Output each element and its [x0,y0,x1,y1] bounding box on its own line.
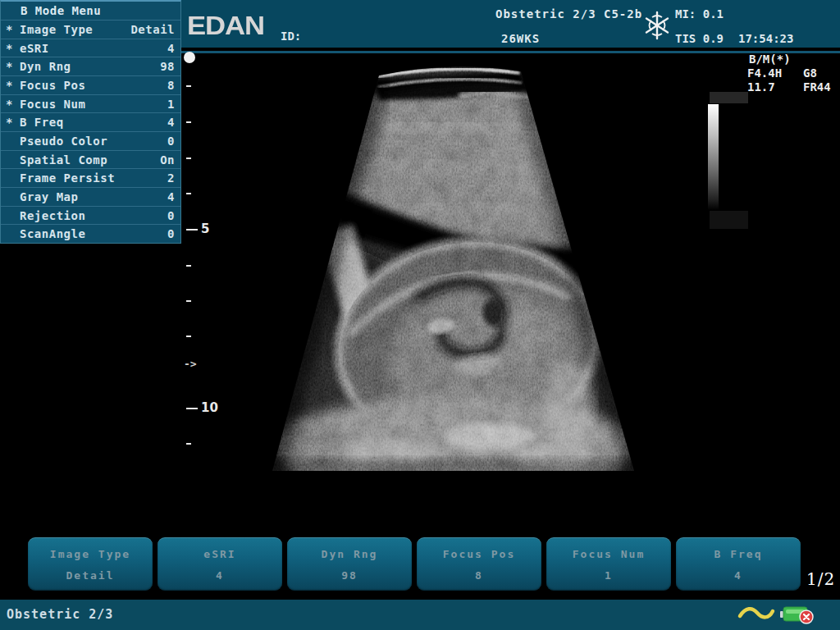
menu-item-value: Detail [130,23,180,36]
ruler-tick [186,121,191,123]
gray-map-block-bottom [710,211,748,229]
menu-item-value: 1 [167,98,180,111]
menu-item-label: Dyn Rng [19,60,71,73]
status-exam-preset: Obstetric 2/3 [7,607,113,622]
edan-logo: EDAN [187,11,264,41]
softkey-esri[interactable]: eSRI 4 [158,537,282,591]
softkey-label: Dyn Rng [322,548,378,560]
softkey-label: B Freq [714,548,763,560]
softkey-row: Image Type Detail eSRI 4 Dyn Rng 98 Focu… [28,537,801,591]
mi-label: MI: [675,7,696,21]
freeze-snowflake-icon [643,10,671,41]
softkey-image-type[interactable]: Image Type Detail [28,537,153,591]
menu-item-scan-angle[interactable]: ScanAngle 0 [1,224,180,243]
edan-ultrasound-ui: { "header": { "logo": "EDAN", "id_label"… [0,0,840,630]
softkey-label: Focus Num [573,548,645,560]
menu-item-label: B Freq [19,116,64,129]
menu-item-label: Rejection [19,209,85,222]
ruler-tick [186,336,191,337]
softkey-value: 4 [734,569,742,582]
star-marker: * [1,98,19,111]
menu-item-label: Gray Map [19,190,78,203]
menu-item-value: 4 [167,190,180,203]
menu-item-spatial-comp[interactable]: Spatial Comp On [1,150,180,169]
ruler-label-10: 10 [201,400,218,415]
menu-item-value: 8 [167,79,180,92]
ruler-tick [186,158,191,159]
depth-value: 11.7 [747,80,775,94]
menu-item-value: 0 [167,209,180,222]
menu-item-rejection[interactable]: Rejection 0 [1,206,180,225]
menu-item-label: Image Type [19,23,93,36]
menu-item-value: 4 [167,42,180,55]
tis-index: TIS 0.9 [675,32,724,45]
softkey-b-freq[interactable]: B Freq 4 [676,537,801,591]
menu-item-pseudo-color[interactable]: Pseudo Color 0 [1,131,180,150]
softkey-dyn-rng[interactable]: Dyn Rng 98 [287,537,412,591]
ac-power-wave-icon [737,605,776,622]
gray-map-block-top [710,92,748,103]
ruler-tick [186,85,191,87]
star-marker: * [1,42,19,55]
menu-item-frame-persist[interactable]: Frame Persist 2 [1,168,180,187]
probe-frequency: F4.4H [747,66,782,80]
ruler-label-5: 5 [201,221,209,236]
softkey-value: 4 [216,569,224,582]
system-clock: 17:54:23 [738,32,793,45]
softkey-page-indicator: 1/2 [806,569,835,589]
menu-item-image-type[interactable]: * Image Type Detail [1,20,180,39]
softkey-label: eSRI [203,548,235,560]
menu-item-value: 98 [160,60,180,73]
tis-label: TIS [675,32,696,45]
menu-item-value: 0 [167,227,180,240]
patient-id-label[interactable]: ID: [281,30,301,43]
menu-item-value: On [160,153,180,167]
softkey-label: Image Type [50,548,130,560]
menu-item-value: 2 [167,171,180,185]
battery-error-icon [779,605,815,624]
menu-item-dyn-rng[interactable]: * Dyn Rng 98 [1,57,180,75]
probe-orientation-dot [184,52,195,63]
menu-item-label: ScanAngle [19,227,85,240]
exam-preset-probe: Obstetric 2/3 C5-2b [495,7,642,21]
mi-index: MI: 0.1 [675,7,724,21]
menu-title: B Mode Menu [1,2,180,20]
softkey-value: Detail [66,569,115,582]
ruler-tick [186,443,191,445]
menu-item-value: 0 [167,135,180,148]
grayscale-bar [708,104,719,210]
menu-item-label: Frame Persist [19,171,115,185]
menu-item-label: Spatial Comp [19,153,107,167]
mi-value: 0.1 [703,7,724,21]
focus-position-marker: -> [184,358,197,370]
softkey-value: 98 [341,569,358,582]
frame-rate: FR44 [803,80,831,94]
menu-item-gray-map[interactable]: Gray Map 4 [1,187,180,206]
softkey-focus-pos[interactable]: Focus Pos 8 [417,537,541,591]
menu-item-focus-num[interactable]: * Focus Num 1 [1,94,180,113]
softkey-focus-num[interactable]: Focus Num 1 [546,537,671,591]
ruler-tick [186,193,191,194]
ruler-tick [186,265,191,267]
b-mode-menu-panel: B Mode Menu * Image Type Detail * eSRI 4… [0,0,181,244]
menu-item-label: Focus Num [19,98,85,111]
status-bar [0,600,840,630]
star-marker: * [1,79,19,92]
menu-item-esri[interactable]: * eSRI 4 [1,39,180,57]
ruler-tick-major [186,229,198,231]
menu-item-focus-pos[interactable]: * Focus Pos 8 [1,75,180,94]
gain-value: G8 [803,66,817,80]
softkey-value: 8 [475,569,483,582]
ruler-tick-major [186,408,198,409]
menu-item-b-freq[interactable]: * B Freq 4 [1,112,180,131]
tis-value: 0.9 [703,32,724,45]
menu-item-value: 4 [167,116,180,129]
imaging-mode: B/M(*) [749,52,791,66]
star-marker: * [1,60,19,73]
ruler-tick [186,300,191,302]
star-marker: * [1,116,19,129]
star-marker: * [1,23,19,36]
gestational-age: 26WKS [501,32,540,45]
menu-item-label: Pseudo Color [19,135,107,148]
softkey-value: 1 [605,569,613,582]
